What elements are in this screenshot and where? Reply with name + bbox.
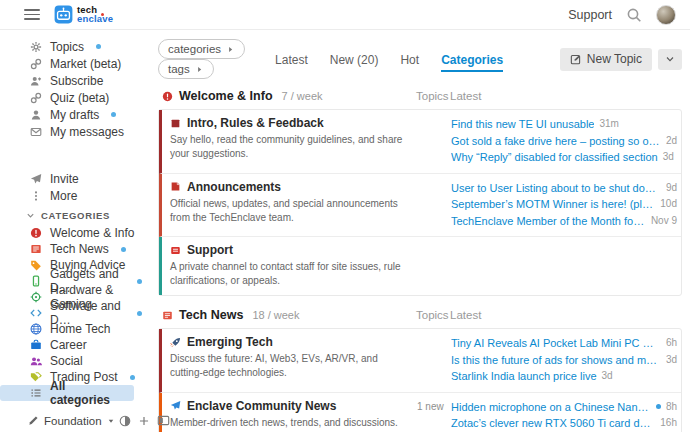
search-icon[interactable] [626,7,642,23]
latest-topic-time: 2d [666,133,677,150]
sidebar-category-welcome-info[interactable]: Welcome & Info [0,225,148,241]
list-icon [30,387,42,399]
new-topic-dropdown-button[interactable] [658,49,682,70]
site-logo[interactable]: tech enclave [54,5,113,24]
sidebar-item-label: Subscribe [50,74,103,88]
section-title-welcome-info[interactable]: Welcome & Info7 / week [162,89,416,103]
paper-plane-icon [30,173,42,185]
new-topic-button[interactable]: New Topic [560,48,652,71]
category-name: Emerging Tech [187,335,273,349]
category-cell: AnnouncementsOfficial news, updates, and… [162,180,417,230]
latest-topic-row: Find this new TE UI unusable31m [451,116,677,133]
sidebar-item-market-beta[interactable]: Market (beta) [0,55,148,72]
newspaper-icon [30,243,42,255]
latest-topic-link[interactable]: User to User Listing about to be shut do… [451,180,661,197]
sidebar-category-social[interactable]: Social [0,353,148,369]
latest-topic-time: 3d [602,368,613,385]
category-row-intro-rules-feedback: Intro, Rules & FeedbackSay hello, read t… [159,110,681,174]
category-description: Member-driven tech news, trends, and dis… [170,416,405,430]
contrast-toggle-icon[interactable] [119,415,131,427]
nav-link-new-20[interactable]: New (20) [330,53,379,72]
envelope-icon [30,126,42,138]
sidebar-item-label: Market (beta) [50,57,121,71]
rocket-icon [170,337,181,348]
theme-picker[interactable]: Foundation [28,415,115,427]
category-link-support[interactable]: Support [170,243,405,257]
unread-dot [121,247,126,252]
sidebar-item-topics[interactable]: Topics [0,38,148,55]
topics-count-cell[interactable]: 1 new [417,399,451,432]
user-avatar[interactable] [656,5,676,25]
latest-topic-link[interactable]: Starlink India launch price live [451,368,597,385]
sidebar-category-all-categories[interactable]: All categories [0,385,134,401]
sidebar-item-my-messages[interactable]: My messages [0,123,148,140]
info-circle-icon [162,91,173,102]
latest-topic-link[interactable]: Is this the future of ads for shows and … [451,352,661,369]
latest-topic-time: 8h [666,399,677,416]
code-icon [30,307,42,319]
categories-section-header[interactable]: CATEGORIES [0,204,148,225]
section-topic-rate: 7 / week [282,90,323,102]
sidebar: TopicsMarket (beta)SubscribeQuiz (beta)M… [0,30,148,431]
sidebar-item-invite[interactable]: Invite [0,170,148,187]
latest-topic-link[interactable]: Got sold a fake drive here – posting so … [451,133,661,150]
latest-topic-time: 10d [660,196,677,213]
support-link[interactable]: Support [568,8,612,22]
category-link-announcements[interactable]: Announcements [170,180,405,194]
caret-right-icon [195,65,204,74]
sidebar-item-label: Invite [50,172,79,186]
sidebar-panel-icon[interactable] [157,414,170,427]
latest-topic-link[interactable]: TechEnclave Member of the Month for Octo… [451,213,646,230]
latest-topic-link[interactable]: September’s MOTM Winner is here! (plus a… [451,196,655,213]
filter-pill-categories[interactable]: categories [158,39,245,59]
category-group-welcome-info: Intro, Rules & FeedbackSay hello, read t… [158,109,682,296]
ellipsis-v-icon [30,190,42,202]
sidebar-item-my-drafts[interactable]: My drafts [0,106,148,123]
sidebar-categories-nav: Welcome & InfoTech NewsBuying AdviceGadg… [0,225,148,401]
latest-topic-row: Got sold a fake drive here – posting so … [451,133,677,150]
filter-pill-tags[interactable]: tags [158,59,214,79]
unread-dot [111,112,116,117]
latest-topic-link[interactable]: Hidden microphone on a Chinese NanoKVM [451,399,651,416]
latest-topic-link[interactable]: Zotac’s clever new RTX 5060 Ti card does… [451,415,655,432]
latest-topic-link[interactable]: Find this new TE UI unusable [451,116,594,133]
sidebar-category-home-tech[interactable]: Home Tech [0,321,148,337]
nav-link-hot[interactable]: Hot [400,53,419,72]
add-section-icon[interactable] [138,415,150,427]
sidebar-category-tech-news[interactable]: Tech News [0,241,148,257]
column-header-latest: Latest [450,90,682,102]
user-plus-icon [30,75,42,87]
sidebar-item-quiz-beta[interactable]: Quiz (beta) [0,89,148,106]
latest-topic-link[interactable]: Why “Reply” disabled for classified sect… [451,149,658,166]
user-icon [30,109,42,121]
sidebar-item-label: More [50,189,77,203]
cog-icon [30,41,42,53]
category-link-intro-rules-feedback[interactable]: Intro, Rules & Feedback [170,116,405,130]
latest-topic-time: 3d [666,352,677,369]
section-title-tech-news[interactable]: Tech News18 / week [162,308,416,322]
latest-topic-link[interactable]: Tiny AI Reveals AI Pocket Lab Mini PC Po… [451,335,661,352]
sidebar-secondary-nav: InviteMore [0,170,148,204]
caret-down-icon [107,417,115,425]
category-cell: Enclave Community NewsMember-driven tech… [162,399,417,432]
topics-count-cell [417,335,451,385]
latest-topic-time: Nov 9 [651,213,677,230]
link-icon [30,92,42,104]
sidebar-item-more[interactable]: More [0,187,148,204]
category-link-emerging-tech[interactable]: Emerging Tech [170,335,405,349]
nav-link-latest[interactable]: Latest [275,53,308,72]
sidebar-item-subscribe[interactable]: Subscribe [0,72,148,89]
briefcase-icon [30,339,42,351]
topics-count-cell [417,180,451,230]
sidebar-category-career[interactable]: Career [0,337,148,353]
category-link-enclave-community-news[interactable]: Enclave Community News [170,399,405,413]
latest-topics-cell: Hidden microphone on a Chinese NanoKVM8h… [451,399,681,432]
section-header-welcome-info: Welcome & Info7 / weekTopicsLatest [158,89,682,103]
hamburger-menu-button[interactable] [24,9,40,20]
nav-link-categories[interactable]: Categories [441,53,503,72]
mobile-icon [30,275,42,287]
new-topic-label: New Topic [587,52,642,66]
caret-right-icon [226,45,235,54]
sidebar-footer: Foundation [0,414,138,427]
logo-line2: enclave [77,15,113,24]
